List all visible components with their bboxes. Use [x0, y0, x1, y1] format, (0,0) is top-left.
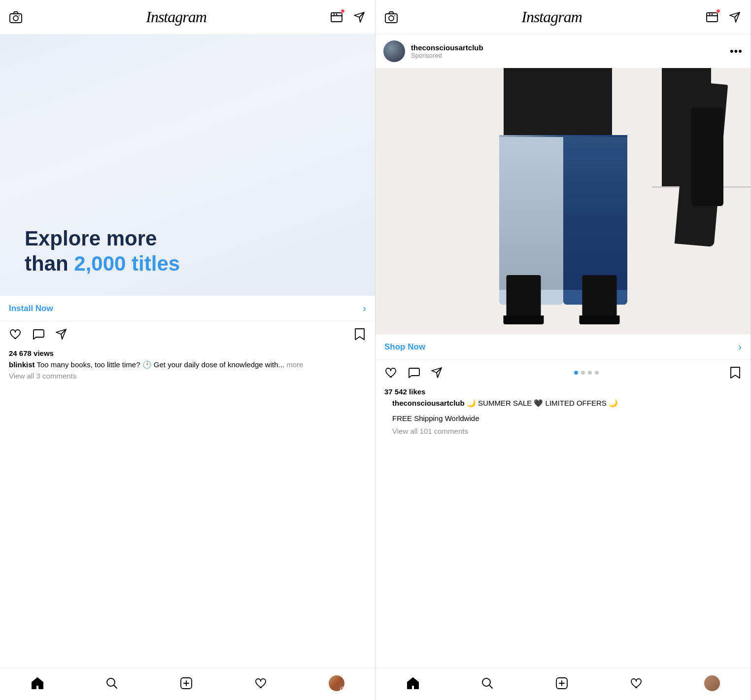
explore-text: Explore more than 2,000 titles — [25, 226, 180, 276]
svg-point-5 — [336, 13, 338, 15]
instagram-logo-right: Instagram — [521, 8, 582, 26]
chevron-right-icon-right: › — [738, 341, 742, 352]
post-user-info: theconsciousartclub Sponsored — [411, 43, 724, 59]
carousel-dot-1 — [574, 371, 578, 375]
camera-icon-right[interactable] — [384, 10, 398, 24]
shop-now-label[interactable]: Shop Now — [384, 342, 425, 352]
activity-icon-right[interactable] — [705, 10, 719, 24]
svg-rect-0 — [10, 14, 22, 23]
right-header: Instagram — [376, 0, 751, 35]
right-panel: Instagram theconsciousar — [376, 0, 751, 700]
right-caption-line2: FREE Shipping Worldwide — [384, 411, 742, 426]
action-left-icons — [9, 327, 68, 341]
boot-left — [506, 275, 541, 324]
sponsored-label: Sponsored — [411, 52, 724, 59]
left-bottom-nav — [0, 668, 375, 700]
right-post-header: theconsciousartclub Sponsored ••• — [376, 35, 751, 68]
comment-icon-right[interactable] — [407, 366, 421, 380]
right-caption-body: 🌙 SUMMER SALE 🖤 LIMITED OFFERS 🌙 — [467, 399, 618, 407]
carousel-dot-2 — [581, 371, 585, 375]
header-icons-left — [330, 10, 366, 24]
svg-point-4 — [334, 13, 335, 15]
share-icon[interactable] — [54, 327, 68, 341]
camera-icon[interactable] — [9, 10, 23, 24]
nav-profile[interactable] — [327, 673, 346, 693]
nav-home[interactable] — [29, 674, 46, 692]
carousel-dot-4 — [595, 371, 599, 375]
header-icons-right — [705, 10, 742, 24]
nav-home-right[interactable] — [404, 674, 422, 692]
right-post-meta: 37 542 likes theconsciousartclub 🌙 SUMME… — [376, 385, 751, 444]
left-action-row — [0, 321, 375, 347]
right-post-image — [376, 68, 751, 334]
carousel-dots — [574, 371, 599, 375]
more-options-icon[interactable]: ••• — [730, 46, 743, 57]
right-action-left — [384, 366, 444, 380]
nav-heart-right[interactable] — [628, 674, 646, 692]
right-action-row — [376, 360, 751, 385]
post-username[interactable]: theconsciousartclub — [411, 43, 724, 52]
caption-username[interactable]: blinkist — [9, 360, 35, 369]
bookmark-icon[interactable] — [353, 327, 366, 341]
left-post-meta: 24 678 views blinkist Too many books, to… — [0, 347, 375, 385]
svg-point-12 — [709, 13, 711, 15]
nav-add-right[interactable] — [553, 674, 571, 692]
bag — [691, 107, 723, 206]
nav-search[interactable] — [103, 674, 121, 692]
instagram-logo: Instagram — [146, 8, 206, 26]
install-now-cta[interactable]: Install Now › — [0, 296, 375, 321]
avatar-notification-dot — [340, 687, 344, 691]
view-comments-right[interactable]: View all 101 comments — [384, 426, 742, 439]
chevron-right-icon: › — [363, 303, 366, 314]
more-link[interactable]: more — [286, 360, 303, 369]
post-caption: blinkist Too many books, too little time… — [9, 359, 366, 370]
nav-add[interactable] — [177, 674, 195, 692]
right-caption-username[interactable]: theconsciousartclub — [392, 399, 465, 407]
nav-profile-right[interactable] — [702, 673, 722, 693]
left-post-image: Explore more than 2,000 titles — [0, 35, 375, 296]
notification-badge-right — [716, 9, 720, 13]
install-now-label[interactable]: Install Now — [9, 304, 53, 314]
notification-badge — [341, 9, 345, 13]
send-icon[interactable] — [352, 10, 366, 24]
svg-point-13 — [712, 13, 713, 15]
like-icon[interactable] — [9, 327, 23, 341]
view-comments[interactable]: View all 3 comments — [9, 372, 366, 380]
nav-heart[interactable] — [252, 674, 270, 692]
svg-point-10 — [394, 15, 395, 16]
nav-search-right[interactable] — [478, 674, 496, 692]
left-panel: Instagram Explore more t — [0, 0, 376, 700]
shop-now-cta[interactable]: Shop Now › — [376, 334, 751, 360]
comment-icon[interactable] — [32, 327, 45, 341]
post-avatar[interactable] — [383, 40, 405, 62]
share-icon-right[interactable] — [430, 366, 444, 380]
activity-icon[interactable] — [330, 10, 343, 24]
boot-right — [582, 275, 616, 324]
likes-count: 37 542 likes — [384, 387, 742, 396]
caption-body: Too many books, too little time? 🕐 Get y… — [36, 360, 284, 369]
views-count: 24 678 views — [9, 349, 366, 357]
send-icon-right[interactable] — [728, 10, 742, 24]
jeans-scene — [376, 68, 751, 334]
right-bottom-nav — [376, 668, 751, 700]
right-post-caption: theconsciousartclub 🌙 SUMMER SALE 🖤 LIMI… — [384, 396, 742, 411]
bookmark-icon-right[interactable] — [729, 366, 742, 380]
svg-rect-8 — [385, 14, 397, 23]
svg-point-1 — [13, 16, 18, 21]
svg-point-9 — [389, 16, 394, 21]
left-header: Instagram — [0, 0, 375, 35]
like-icon-right[interactable] — [384, 366, 398, 380]
carousel-dot-3 — [588, 371, 592, 375]
svg-point-2 — [19, 15, 20, 16]
